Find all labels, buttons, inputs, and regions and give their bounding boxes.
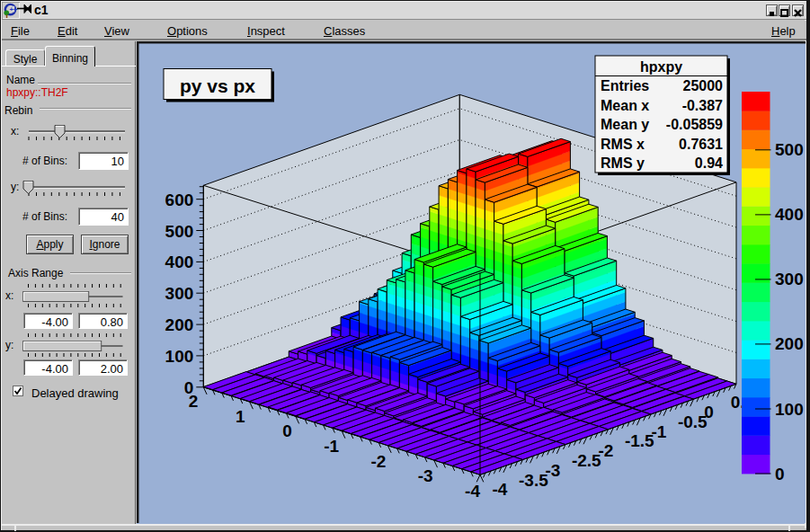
svg-text:0: 0 (704, 403, 714, 421)
svg-text:-0.5: -0.5 (678, 412, 708, 431)
svg-text:py vs px: py vs px (180, 75, 255, 96)
svg-text:400: 400 (165, 253, 194, 271)
svg-text:-0.387: -0.387 (682, 98, 723, 113)
svg-text:600: 600 (165, 191, 194, 209)
svg-text:500: 500 (165, 222, 194, 241)
svg-text:200: 200 (775, 334, 804, 353)
svg-text:-1: -1 (651, 422, 666, 441)
svg-text:-2.5: -2.5 (572, 451, 601, 470)
svg-text:300: 300 (165, 284, 194, 303)
svg-text:-0.05859: -0.05859 (666, 117, 723, 132)
svg-text:0.7631: 0.7631 (679, 137, 723, 152)
svg-text:RMS y: RMS y (601, 155, 645, 171)
svg-text:-1: -1 (324, 437, 339, 456)
svg-text:-2: -2 (598, 441, 613, 460)
svg-text:100: 100 (165, 347, 194, 366)
svg-text:-4: -4 (465, 482, 480, 501)
svg-text:-3: -3 (546, 461, 561, 480)
svg-text:RMS x: RMS x (601, 137, 645, 152)
svg-text:0: 0 (775, 465, 785, 483)
svg-text:300: 300 (775, 270, 804, 288)
svg-text:400: 400 (775, 205, 804, 224)
svg-text:Entries: Entries (601, 78, 649, 93)
svg-text:hpxpy: hpxpy (640, 59, 682, 75)
svg-text:1: 1 (236, 407, 245, 426)
svg-text:25000: 25000 (683, 78, 724, 93)
svg-text:200: 200 (165, 315, 194, 334)
svg-text:Mean x: Mean x (601, 98, 649, 113)
svg-text:-2: -2 (370, 452, 386, 471)
svg-text:500: 500 (775, 140, 804, 159)
svg-text:Mean y: Mean y (601, 117, 649, 132)
svg-text:0.94: 0.94 (695, 155, 723, 171)
svg-text:0: 0 (282, 421, 292, 440)
svg-text:2: 2 (189, 392, 199, 411)
svg-text:-1.5: -1.5 (625, 431, 654, 450)
svg-text:-3: -3 (418, 466, 433, 485)
svg-text:-3.5: -3.5 (519, 471, 548, 490)
svg-text:100: 100 (775, 400, 804, 419)
svg-text:-4: -4 (493, 480, 508, 499)
